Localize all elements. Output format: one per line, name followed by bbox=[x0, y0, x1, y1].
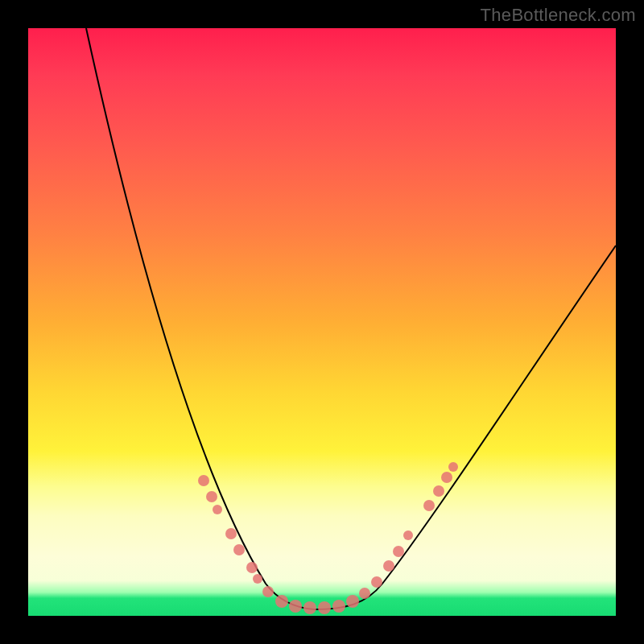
curve-dot bbox=[346, 595, 359, 608]
watermark-text: TheBottleneck.com bbox=[481, 5, 636, 26]
curve-dot bbox=[423, 500, 435, 511]
curve-dot bbox=[233, 544, 245, 555]
curve-dot bbox=[289, 600, 302, 613]
curve-dot bbox=[318, 601, 331, 614]
curve-dot bbox=[441, 472, 452, 483]
gradient-plot-area bbox=[28, 28, 616, 616]
curve-dot bbox=[253, 574, 262, 584]
curve-dot bbox=[403, 530, 413, 540]
curve-dot bbox=[359, 588, 370, 599]
curve-dot bbox=[246, 562, 258, 573]
curve-dot bbox=[213, 505, 222, 514]
curve-dot bbox=[303, 601, 316, 614]
curve-dots bbox=[198, 462, 458, 614]
curve-dot bbox=[393, 546, 404, 557]
curve-layer bbox=[28, 28, 616, 616]
curve-dot bbox=[383, 560, 394, 572]
outer-frame: TheBottleneck.com bbox=[0, 0, 644, 644]
curve-dot bbox=[262, 586, 274, 597]
curve-dot bbox=[448, 462, 458, 472]
curve-dot bbox=[433, 485, 444, 497]
curve-dot bbox=[332, 600, 345, 613]
bottleneck-curve bbox=[86, 28, 616, 609]
curve-dot bbox=[225, 528, 237, 539]
curve-dot bbox=[198, 475, 209, 486]
curve-dot bbox=[371, 576, 382, 588]
curve-dot bbox=[206, 491, 217, 502]
curve-dot bbox=[275, 595, 288, 608]
